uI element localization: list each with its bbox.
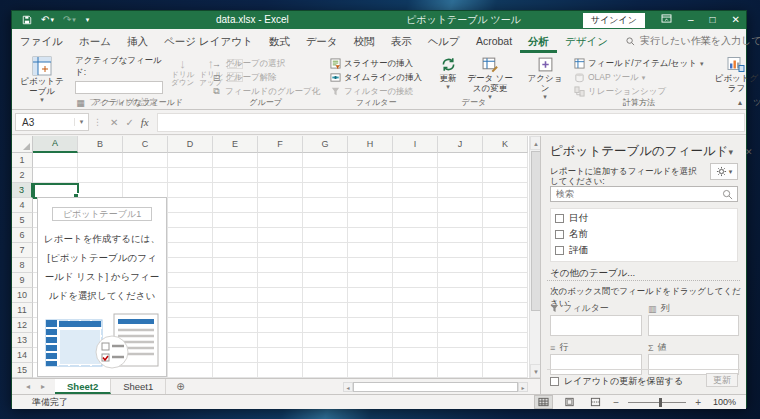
checkbox-icon[interactable] — [550, 377, 559, 386]
tab-formulas[interactable]: 数式 — [261, 29, 298, 53]
undo-button[interactable]: ↶▾ — [41, 11, 54, 29]
active-field-input[interactable] — [75, 81, 163, 94]
horizontal-scrollbar-thumb[interactable] — [353, 382, 518, 392]
tab-view[interactable]: 表示 — [383, 29, 420, 53]
zoom-in-button[interactable]: + — [695, 397, 701, 408]
column-header-b[interactable]: B — [78, 136, 123, 153]
tab-home[interactable]: ホーム — [71, 29, 119, 53]
sheet-tab-sheet1[interactable]: Sheet1 — [111, 379, 166, 394]
tab-analyze[interactable]: 分析 — [520, 29, 557, 53]
zoom-slider[interactable] — [628, 402, 686, 403]
desktop-background: ↶▾ ↷▾ ▾ data.xlsx - Excel ピボットテーブル ツール サ… — [0, 0, 760, 419]
horizontal-scrollbar[interactable]: ◂ ▸ — [343, 382, 528, 392]
column-header-c[interactable]: C — [123, 136, 168, 153]
row-header[interactable]: 12 — [12, 318, 33, 333]
defer-layout-update[interactable]: レイアウトの更新を保留する — [550, 375, 683, 388]
pane-close-icon[interactable]: ✕ — [745, 147, 753, 157]
checkbox-icon[interactable] — [555, 214, 564, 223]
tab-page-layout[interactable]: ページ レイアウト — [156, 29, 261, 53]
row-header[interactable]: 1 — [12, 153, 33, 168]
formula-input[interactable] — [157, 113, 745, 132]
ribbon-display-options-button[interactable] — [661, 11, 672, 29]
rows-drop-area[interactable] — [550, 354, 642, 375]
view-normal-button[interactable] — [535, 396, 552, 408]
column-header-a[interactable]: A — [33, 136, 78, 153]
customize-qat-button[interactable]: ▾ — [85, 11, 90, 29]
pane-options-caret-icon[interactable]: ▾ — [729, 147, 734, 157]
row-header[interactable]: 7 — [12, 243, 33, 258]
view-page-layout-button[interactable] — [561, 396, 578, 408]
sheet-nav-right-icon[interactable]: ▸ — [41, 382, 45, 391]
tab-help[interactable]: ヘルプ — [420, 29, 468, 53]
name-box[interactable]: A3 ▾ — [15, 113, 89, 131]
field-search-input[interactable] — [551, 189, 722, 199]
column-header-d[interactable]: D — [168, 136, 213, 153]
field-item-date[interactable]: 日付 — [555, 212, 733, 225]
row-header[interactable]: 11 — [12, 303, 33, 318]
column-header-k[interactable]: K — [483, 136, 528, 153]
row-header[interactable]: 2 — [12, 168, 33, 183]
scroll-left-icon[interactable]: ◂ — [343, 382, 353, 392]
column-header-e[interactable]: E — [213, 136, 258, 153]
tab-review[interactable]: 校閲 — [346, 29, 383, 53]
close-button[interactable]: ✕ — [732, 11, 740, 29]
pane-tools-button[interactable]: ▾ — [710, 163, 738, 180]
pivottable-options-button[interactable]: ピボットテーブル ▾ — [19, 55, 65, 105]
sheet-nav-left-icon[interactable]: ◂ — [26, 382, 30, 391]
pivotchart-button[interactable]: ピボットグラフ — [713, 55, 759, 93]
column-header-h[interactable]: H — [348, 136, 393, 153]
field-search-box[interactable] — [550, 186, 738, 202]
row-header[interactable]: 10 — [12, 288, 33, 303]
row-header[interactable]: 15 — [12, 363, 33, 378]
checkbox-icon[interactable] — [555, 230, 564, 239]
name-box-caret-icon[interactable]: ▾ — [74, 118, 88, 126]
zoom-out-button[interactable]: − — [613, 397, 619, 408]
row-header-selected[interactable]: 3 — [12, 183, 33, 198]
column-header-j[interactable]: J — [438, 136, 483, 153]
insert-slicer-button[interactable]: スライサーの挿入 — [330, 57, 422, 70]
view-page-break-button[interactable] — [587, 396, 604, 408]
scroll-right-icon[interactable]: ▸ — [518, 382, 528, 392]
sheet-tab-sheet2[interactable]: Sheet2 — [55, 379, 111, 394]
values-drop-area[interactable] — [648, 354, 739, 375]
tab-insert[interactable]: 挿入 — [119, 29, 156, 53]
tab-data[interactable]: データ — [298, 29, 346, 53]
actions-button[interactable]: アクション ▾ — [526, 55, 564, 102]
zoom-level[interactable]: 100% — [710, 397, 736, 407]
row-header[interactable]: 13 — [12, 333, 33, 348]
select-all-corner[interactable] — [12, 136, 33, 153]
minimize-button[interactable]: – — [688, 11, 694, 29]
row-header[interactable]: 5 — [12, 213, 33, 228]
new-sheet-button[interactable]: ⊕ — [166, 379, 194, 394]
filters-drop-area[interactable] — [550, 315, 642, 336]
column-header-i[interactable]: I — [393, 136, 438, 153]
row-header[interactable]: 9 — [12, 273, 33, 288]
columns-drop-area[interactable] — [648, 315, 739, 336]
checkbox-icon[interactable] — [555, 246, 564, 255]
insert-timeline-button[interactable]: タイムラインの挿入 — [330, 71, 422, 84]
field-item-rating[interactable]: 評価 — [555, 244, 733, 257]
tab-acrobat[interactable]: Acrobat — [468, 29, 520, 53]
column-header-f[interactable]: F — [258, 136, 303, 153]
maximize-button[interactable]: □ — [710, 11, 716, 29]
change-data-source-button[interactable]: データ ソースの変更 ▾ — [464, 55, 516, 102]
fields-items-sets-button[interactable]: フィールド/アイテム/セット▾ — [574, 57, 703, 70]
column-header-g[interactable]: G — [303, 136, 348, 153]
more-tables-link[interactable]: その他のテーブル... — [550, 267, 635, 280]
field-item-name[interactable]: 名前 — [555, 228, 733, 241]
row-header[interactable]: 4 — [12, 198, 33, 213]
collapse-ribbon-button[interactable]: ▴ — [738, 98, 742, 107]
tab-file[interactable]: ファイル — [12, 29, 71, 53]
save-icon[interactable] — [22, 15, 32, 25]
insert-function-button[interactable]: fx — [141, 116, 149, 128]
group-label-data: データ — [428, 97, 520, 108]
sign-in-button[interactable]: サインイン — [583, 13, 645, 28]
row-header[interactable]: 6 — [12, 228, 33, 243]
refresh-button[interactable]: 更新 ▾ — [432, 55, 464, 92]
row-header[interactable]: 14 — [12, 348, 33, 363]
formula-bar-handle[interactable]: ⋮ — [93, 117, 102, 127]
tab-design[interactable]: デザイン — [557, 29, 616, 53]
row-header[interactable]: 8 — [12, 258, 33, 273]
tell-me-search[interactable]: 実行したい作業を入力してください — [626, 29, 760, 53]
zoom-slider-thumb[interactable] — [659, 398, 662, 407]
